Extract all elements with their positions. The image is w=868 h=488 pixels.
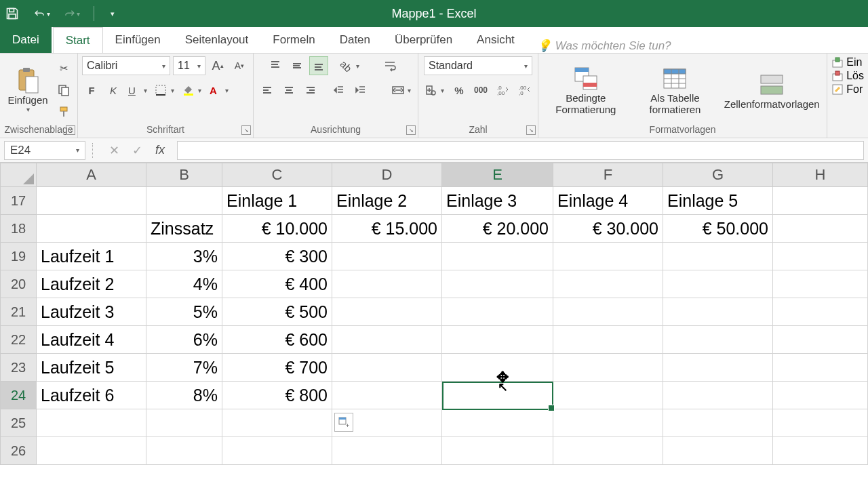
cell-E20[interactable] bbox=[442, 270, 553, 298]
qat-customize-icon[interactable]: ▾ bbox=[108, 5, 117, 22]
cell-B25[interactable] bbox=[146, 409, 222, 437]
cell-C25[interactable] bbox=[222, 409, 332, 437]
underline-button[interactable]: U▾ bbox=[125, 81, 150, 100]
cell-A20[interactable]: Laufzeit 2 bbox=[37, 270, 146, 298]
align-bottom-icon[interactable] bbox=[309, 56, 328, 75]
cell-styles-button[interactable]: Zellenformatvorlagen bbox=[721, 61, 823, 119]
cell-E22[interactable] bbox=[442, 326, 553, 354]
increase-font-icon[interactable]: A▴ bbox=[208, 56, 227, 75]
cell-B22[interactable]: 6% bbox=[146, 326, 222, 354]
format-painter-icon[interactable] bbox=[54, 102, 73, 121]
col-header-E[interactable]: E bbox=[442, 163, 553, 187]
formula-input[interactable] bbox=[177, 141, 864, 160]
cell-D18[interactable]: € 15.000 bbox=[332, 215, 442, 243]
decrease-font-icon[interactable]: A▾ bbox=[230, 56, 249, 75]
cell-B24[interactable]: 8% bbox=[146, 382, 222, 409]
name-box[interactable]: E24 ▾ bbox=[4, 141, 85, 160]
redo-icon[interactable]: ▾ bbox=[64, 5, 80, 22]
wrap-text-icon[interactable] bbox=[381, 56, 406, 75]
cell-B19[interactable]: 3% bbox=[146, 243, 222, 270]
tab-start[interactable]: Start bbox=[53, 27, 103, 53]
row-header-17[interactable]: 17 bbox=[0, 187, 37, 215]
percent-icon[interactable]: % bbox=[450, 81, 469, 100]
cell-C17[interactable]: Einlage 1 bbox=[222, 187, 332, 215]
orientation-icon[interactable]: ab▾ bbox=[338, 56, 362, 75]
clipboard-launcher[interactable]: ↘ bbox=[66, 125, 75, 135]
conditional-formatting-button[interactable]: Bedingte Formatierung bbox=[542, 61, 629, 119]
align-right-icon[interactable] bbox=[301, 81, 320, 100]
select-all-triangle[interactable] bbox=[0, 163, 37, 187]
row-header-20[interactable]: 20 bbox=[0, 270, 37, 298]
cell-G20[interactable] bbox=[663, 270, 773, 298]
cell-F18[interactable]: € 30.000 bbox=[553, 215, 663, 243]
cell-E17[interactable]: Einlage 3 bbox=[442, 187, 553, 215]
align-middle-icon[interactable] bbox=[288, 56, 307, 75]
cut-icon[interactable]: ✂ bbox=[54, 59, 73, 78]
row-header-23[interactable]: 23 bbox=[0, 354, 37, 382]
cell-D21[interactable] bbox=[332, 298, 442, 326]
row-header-18[interactable]: 18 bbox=[0, 215, 37, 243]
cell-B26[interactable] bbox=[146, 437, 222, 465]
cell-G21[interactable] bbox=[663, 298, 773, 326]
cell-G17[interactable]: Einlage 5 bbox=[663, 187, 773, 215]
tab-ansicht[interactable]: Ansicht bbox=[465, 27, 527, 53]
increase-decimal-icon[interactable]: ,0,00 bbox=[493, 81, 512, 100]
cell-C20[interactable]: € 400 bbox=[222, 270, 332, 298]
cell-A19[interactable]: Laufzeit 1 bbox=[37, 243, 146, 270]
cell-H18[interactable] bbox=[773, 215, 868, 243]
col-header-G[interactable]: G bbox=[663, 163, 773, 187]
cell-A21[interactable]: Laufzeit 3 bbox=[37, 298, 146, 326]
align-center-icon[interactable] bbox=[279, 81, 298, 100]
tab-seitenlayout[interactable]: Seitenlayout bbox=[173, 27, 261, 53]
alignment-launcher[interactable]: ↘ bbox=[406, 125, 416, 135]
save-icon[interactable] bbox=[4, 5, 20, 22]
cell-C26[interactable] bbox=[222, 437, 332, 465]
tab-einfuegen[interactable]: Einfügen bbox=[103, 27, 173, 53]
cell-H25[interactable] bbox=[773, 409, 868, 437]
auto-fill-options-icon[interactable]: + bbox=[334, 413, 353, 432]
row-header-22[interactable]: 22 bbox=[0, 326, 37, 354]
cell-B23[interactable]: 7% bbox=[146, 354, 222, 382]
cell-F26[interactable] bbox=[553, 437, 663, 465]
copy-icon[interactable] bbox=[54, 81, 73, 100]
cell-C21[interactable]: € 500 bbox=[222, 298, 332, 326]
decrease-decimal-icon[interactable]: ,00,0 bbox=[515, 81, 534, 100]
cell-G24[interactable] bbox=[663, 382, 773, 409]
undo-icon[interactable]: ▾ bbox=[34, 5, 50, 22]
cell-B20[interactable]: 4% bbox=[146, 270, 222, 298]
delete-cells-icon[interactable] bbox=[831, 70, 844, 82]
cell-G19[interactable] bbox=[663, 243, 773, 270]
row-header-19[interactable]: 19 bbox=[0, 243, 37, 270]
tab-ueberpruefen[interactable]: Überprüfen bbox=[382, 27, 465, 53]
cell-H17[interactable] bbox=[773, 187, 868, 215]
cell-F24[interactable] bbox=[553, 382, 663, 409]
cell-D26[interactable] bbox=[332, 437, 442, 465]
col-header-H[interactable]: H bbox=[773, 163, 868, 187]
cell-D20[interactable] bbox=[332, 270, 442, 298]
cell-A17[interactable] bbox=[37, 187, 146, 215]
thousands-icon[interactable]: 000 bbox=[471, 81, 490, 100]
cell-A24[interactable]: Laufzeit 6 bbox=[37, 382, 146, 409]
cell-E25[interactable] bbox=[442, 409, 553, 437]
cell-G25[interactable] bbox=[663, 409, 773, 437]
cell-D19[interactable] bbox=[332, 243, 442, 270]
cell-A26[interactable] bbox=[37, 437, 146, 465]
cell-H23[interactable] bbox=[773, 354, 868, 382]
row-header-24[interactable]: 24 bbox=[0, 382, 37, 409]
italic-button[interactable]: K bbox=[104, 81, 123, 100]
font-launcher[interactable]: ↘ bbox=[241, 125, 251, 135]
row-header-21[interactable]: 21 bbox=[0, 298, 37, 326]
tab-daten[interactable]: Daten bbox=[328, 27, 382, 53]
col-header-F[interactable]: F bbox=[553, 163, 663, 187]
font-color-button[interactable]: A ▾ bbox=[207, 81, 231, 100]
cell-A22[interactable]: Laufzeit 4 bbox=[37, 326, 146, 354]
format-cells-icon[interactable] bbox=[831, 83, 844, 96]
cell-G22[interactable] bbox=[663, 326, 773, 354]
cell-H20[interactable] bbox=[773, 270, 868, 298]
fx-icon[interactable]: fx bbox=[151, 143, 169, 157]
row-header-26[interactable]: 26 bbox=[0, 437, 37, 465]
font-size-combo[interactable]: 11 ▾ bbox=[173, 56, 205, 75]
cell-D24[interactable] bbox=[332, 382, 442, 409]
cell-F23[interactable] bbox=[553, 354, 663, 382]
cell-E24[interactable] bbox=[442, 382, 553, 409]
